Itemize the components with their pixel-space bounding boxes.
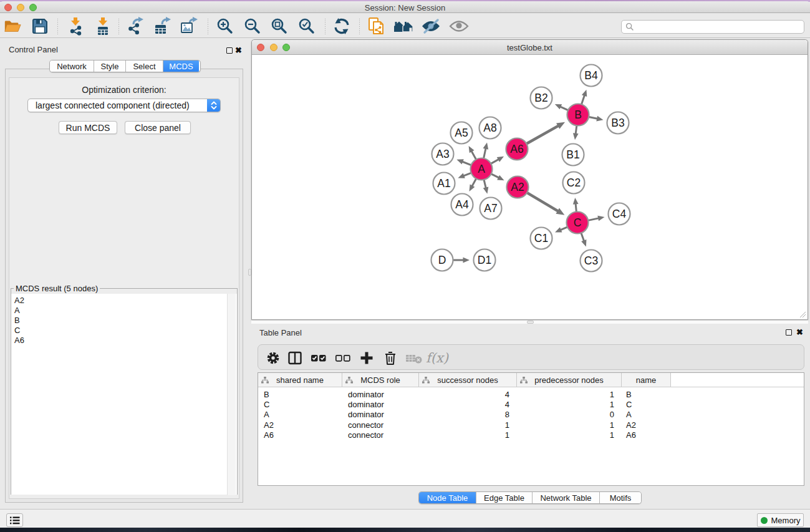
optimization-criterion-label: Optimization criterion: — [9, 85, 239, 95]
node-label-C1: C1 — [534, 232, 548, 244]
mcds-result-list[interactable]: A2ABCA6 — [11, 293, 237, 495]
result-list-item[interactable]: B — [14, 316, 24, 326]
export-table-icon[interactable] — [152, 16, 173, 36]
node-label-A2: A2 — [511, 181, 524, 193]
search-input[interactable] — [621, 20, 804, 34]
cell-predecessor_nodes: 1 — [517, 390, 622, 400]
criterion-dropdown[interactable]: largest connected component (directed) — [27, 99, 221, 112]
edge-arrowhead — [597, 216, 604, 221]
result-list-item[interactable]: A — [14, 306, 24, 316]
table-row-A6[interactable]: A6connector11A6 — [258, 430, 804, 440]
tab-mcds[interactable]: MCDS — [163, 60, 199, 72]
deselect-all-icon[interactable] — [332, 345, 354, 370]
cell-name: A — [622, 410, 671, 420]
result-list-item[interactable]: C — [14, 326, 24, 336]
table-row-A2[interactable]: A2connector11A2 — [258, 420, 804, 430]
zoom-in-icon[interactable] — [215, 16, 236, 36]
cell-shared_name: C — [258, 400, 342, 410]
zoom-out-icon[interactable] — [242, 16, 263, 36]
close-panel-icon[interactable]: ✖ — [235, 47, 242, 54]
edge-B-B4 — [581, 95, 585, 105]
cell-predecessor_nodes: 0 — [517, 410, 622, 420]
function-icon[interactable]: f(x) — [425, 345, 450, 370]
node-label-A1: A1 — [437, 177, 450, 190]
result-list-scrollbar[interactable] — [227, 294, 236, 495]
table-rows: Bdominator41BCdominator41CAdominator80AA… — [258, 390, 804, 440]
cell-name: B — [622, 390, 671, 400]
delete-table-icon[interactable] — [403, 345, 425, 370]
close-table-panel-icon[interactable]: ✖ — [796, 329, 803, 336]
result-list-item[interactable]: A6 — [14, 336, 24, 346]
run-mcds-button[interactable]: Run MCDS — [59, 121, 117, 134]
vertical-splitter-grip[interactable] — [248, 269, 251, 276]
tab-network[interactable]: Network — [50, 60, 94, 72]
toolbar-separator — [359, 19, 360, 35]
table-row-A[interactable]: Adominator80A — [258, 410, 804, 420]
memory-label: Memory — [771, 516, 801, 525]
table-row-B[interactable]: Bdominator41B — [258, 390, 804, 400]
column-header-shared-name[interactable]: shared name — [258, 373, 342, 387]
tab-network-table[interactable]: Network Table — [533, 492, 600, 503]
export-network-icon[interactable] — [126, 16, 147, 36]
export-image-icon[interactable] — [178, 16, 200, 36]
edge-A-A4 — [472, 178, 477, 186]
table-row-C[interactable]: Cdominator41C — [258, 400, 804, 410]
add-icon[interactable] — [356, 345, 377, 370]
network-window-titlebar[interactable]: testGlobe.txt — [252, 40, 808, 55]
function-icon-label: f(x) — [426, 351, 448, 365]
float-table-panel-icon[interactable] — [786, 329, 792, 336]
tab-select[interactable]: Select — [126, 60, 163, 72]
zoom-fit-icon[interactable] — [269, 16, 290, 36]
network-canvas[interactable]: B4B2BB3A8A5A6A3B1AC2A1A2A4A7C4CC1C3DD1 — [252, 56, 808, 319]
resize-grip-icon[interactable] — [799, 311, 806, 318]
column-header-label: shared name — [276, 375, 324, 385]
edge-arrowhead — [483, 186, 489, 193]
node-label-A3: A3 — [436, 148, 449, 160]
delete-icon[interactable] — [380, 345, 401, 370]
tab-edge-table[interactable]: Edge Table — [476, 492, 533, 503]
network-graph: B4B2BB3A8A5A6A3B1AC2A1A2A4A7C4CC1C3DD1 — [252, 56, 808, 319]
duplicate-network-icon[interactable] — [366, 16, 387, 36]
tab-style[interactable]: Style — [94, 60, 126, 72]
result-items: A2ABCA6 — [14, 296, 24, 346]
criterion-dropdown-value: largest connected component (directed) — [36, 100, 190, 110]
open-file-icon[interactable] — [2, 16, 23, 36]
columns-icon[interactable] — [284, 345, 306, 370]
zoom-selected-icon[interactable] — [296, 16, 317, 36]
node-label-C4: C4 — [612, 208, 627, 220]
cell-mcds_role: connector — [342, 420, 419, 430]
home-icon[interactable] — [393, 16, 414, 36]
table-panel: Table Panel ✖ — [248, 324, 810, 509]
search-icon — [625, 22, 634, 31]
cell-predecessor_nodes: 1 — [517, 420, 622, 430]
save-session-icon[interactable] — [29, 16, 51, 36]
first-neighbors-icon[interactable] — [331, 16, 352, 36]
cell-shared_name: A2 — [258, 420, 342, 430]
node-table: shared nameMCDS rolesuccessor nodesprede… — [258, 372, 804, 486]
select-all-icon[interactable] — [308, 345, 329, 370]
float-panel-icon[interactable] — [226, 47, 233, 54]
memory-button[interactable]: Memory — [757, 513, 804, 527]
edge-A-A2 — [491, 173, 499, 178]
column-header-successor-nodes[interactable]: successor nodes — [419, 373, 517, 387]
column-header-name[interactable]: name — [622, 373, 671, 387]
node-label-A6: A6 — [510, 143, 523, 155]
import-table-icon[interactable] — [92, 16, 113, 36]
mcds-result-group: MCDS result (5 nodes) A2ABCA6 — [11, 288, 238, 495]
gear-icon[interactable] — [263, 345, 284, 370]
cell-name: A6 — [622, 430, 671, 440]
memory-status-icon — [761, 517, 768, 524]
tab-node-table[interactable]: Node Table — [419, 492, 476, 503]
edge-arrowhead — [582, 90, 587, 97]
column-header-MCDS-role[interactable]: MCDS role — [342, 373, 419, 387]
edge-C-C4 — [587, 218, 599, 221]
import-network-icon[interactable] — [65, 16, 86, 36]
hide-panel-icon[interactable] — [420, 16, 441, 36]
task-history-button[interactable] — [6, 513, 23, 527]
close-panel-button[interactable]: Close panel — [125, 121, 191, 134]
tab-motifs[interactable]: Motifs — [600, 492, 641, 503]
edge-B-B1 — [576, 125, 577, 134]
column-header-predecessor-nodes[interactable]: predecessor nodes — [517, 373, 622, 387]
show-panel-icon[interactable] — [448, 16, 470, 36]
result-list-item[interactable]: A2 — [14, 296, 24, 306]
